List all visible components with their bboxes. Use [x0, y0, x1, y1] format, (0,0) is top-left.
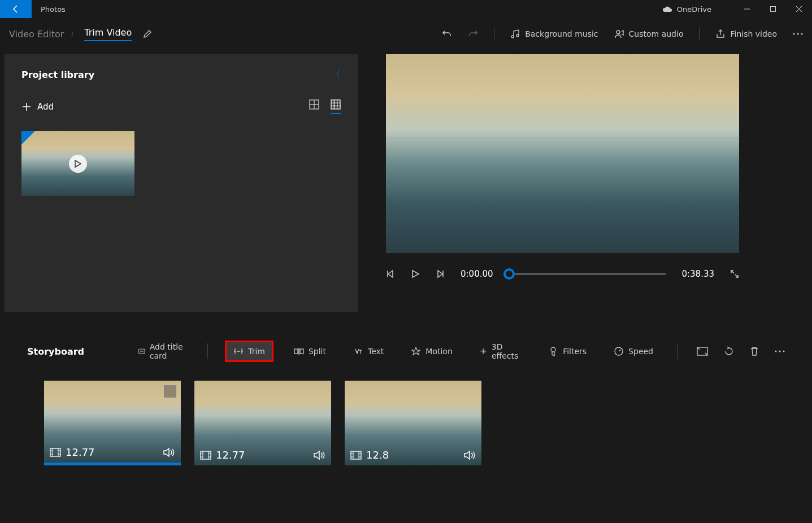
redo-icon	[468, 29, 478, 39]
clip-footer: 12.77	[50, 446, 175, 458]
command-bar: Video Editor 〉 Trim Video Background mus…	[0, 18, 812, 50]
breadcrumb-root[interactable]: Video Editor	[9, 29, 64, 40]
library-title: Project library	[21, 69, 94, 80]
add-title-card-button[interactable]: Add title card	[132, 338, 190, 365]
small-grid-view-button[interactable]	[331, 99, 341, 114]
trim-button[interactable]: Trim	[225, 341, 273, 362]
storyboard-clip[interactable]: 12.77	[44, 381, 181, 465]
finish-label: Finish video	[730, 29, 777, 38]
redo-button[interactable]	[468, 29, 478, 39]
divider	[677, 343, 678, 359]
scrub-handle[interactable]	[503, 268, 515, 280]
onedrive-label: OneDrive	[677, 5, 711, 14]
divider	[494, 27, 494, 41]
split-button[interactable]: Split	[287, 342, 333, 360]
film-icon	[350, 451, 362, 460]
fullscreen-button[interactable]	[730, 269, 739, 278]
clip-volume-button[interactable]	[313, 450, 325, 460]
play-button[interactable]	[411, 269, 420, 278]
svg-point-3	[793, 33, 795, 35]
preview-area: 0:00.00 0:38.33	[386, 54, 739, 312]
finish-video-button[interactable]: Finish video	[715, 29, 777, 39]
titlebar: Photos OneDrive	[0, 0, 812, 18]
total-time: 0:38.33	[681, 269, 714, 279]
small-grid-icon	[331, 99, 341, 110]
resize-button[interactable]	[697, 347, 708, 356]
background-music-button[interactable]: Background music	[510, 29, 598, 39]
play-icon	[75, 160, 81, 168]
storyboard-clip[interactable]: 12.8	[345, 381, 481, 465]
large-grid-icon	[309, 99, 319, 110]
plus-icon	[21, 102, 32, 112]
title-card-icon	[138, 347, 145, 355]
add-media-button[interactable]: Add	[21, 102, 54, 112]
split-label: Split	[309, 347, 326, 356]
svg-rect-38	[351, 451, 361, 459]
current-time: 0:00.00	[461, 269, 493, 279]
bg-music-label: Background music	[525, 29, 598, 38]
player-controls: 0:00.00 0:38.33	[386, 269, 739, 279]
view-toggle	[309, 99, 341, 114]
svg-point-2	[616, 30, 620, 34]
clip-duration: 12.8	[366, 449, 389, 461]
storyboard-more-button[interactable]	[775, 350, 785, 352]
filters-button[interactable]: Filters	[541, 342, 593, 361]
timeline-scrubber[interactable]	[509, 273, 666, 275]
motion-icon	[411, 346, 421, 356]
more-button[interactable]	[793, 33, 803, 35]
breadcrumb-current[interactable]: Trim Video	[84, 27, 132, 41]
3d-effects-label: 3D effects	[492, 342, 521, 360]
maximize-button[interactable]	[760, 0, 786, 18]
arrow-left-icon	[11, 5, 20, 14]
prev-frame-button[interactable]	[386, 269, 395, 278]
delete-button[interactable]	[750, 346, 759, 356]
close-button[interactable]	[786, 0, 812, 18]
rotate-button[interactable]	[724, 346, 734, 356]
svg-point-5	[801, 33, 803, 35]
onedrive-status[interactable]: OneDrive	[662, 5, 711, 14]
speed-icon	[614, 346, 624, 356]
used-indicator-icon	[21, 131, 35, 145]
trash-icon	[750, 346, 759, 356]
undo-button[interactable]	[442, 29, 452, 39]
svg-point-23	[783, 351, 785, 352]
text-button[interactable]: Text	[346, 342, 390, 360]
add-label: Add	[37, 102, 54, 112]
custom-audio-label: Custom audio	[629, 29, 684, 38]
rotate-icon	[724, 346, 734, 356]
resize-icon	[697, 347, 708, 356]
next-frame-button[interactable]	[436, 269, 445, 278]
person-audio-icon	[614, 29, 624, 39]
svg-rect-16	[300, 349, 303, 354]
storyboard-clip[interactable]: 12.77	[194, 381, 331, 465]
svg-rect-31	[201, 451, 211, 459]
undo-icon	[442, 29, 452, 39]
library-clip-thumbnail[interactable]	[21, 131, 134, 196]
storyboard-toolbar: Storyboard Add title card Trim Split Tex…	[0, 335, 812, 367]
svg-rect-1	[771, 7, 776, 12]
back-button[interactable]	[0, 0, 32, 18]
sparkle-icon	[480, 346, 487, 356]
window-controls	[734, 0, 812, 18]
add-title-card-label: Add title card	[150, 342, 184, 360]
clip-volume-button[interactable]	[463, 450, 476, 460]
speed-button[interactable]: Speed	[607, 342, 660, 361]
clip-volume-button[interactable]	[163, 447, 175, 457]
filters-icon	[548, 346, 558, 356]
motion-label: Motion	[425, 347, 452, 356]
edit-name-button[interactable]	[143, 29, 152, 38]
divider	[207, 343, 208, 359]
film-icon	[50, 448, 61, 457]
collapse-library-button[interactable]: 〈	[331, 68, 341, 81]
large-grid-view-button[interactable]	[309, 99, 319, 114]
clip-select-checkbox[interactable]	[164, 385, 176, 398]
custom-audio-button[interactable]: Custom audio	[614, 29, 684, 39]
video-preview[interactable]	[386, 54, 739, 253]
clip-footer: 12.8	[350, 449, 476, 461]
motion-button[interactable]: Motion	[404, 342, 459, 361]
horizon-line	[386, 138, 739, 138]
clip-duration: 12.77	[66, 446, 95, 458]
minimize-button[interactable]	[734, 0, 760, 18]
storyboard-clips: 12.77 12.77 12.8	[0, 367, 812, 465]
3d-effects-button[interactable]: 3D effects	[473, 338, 528, 365]
